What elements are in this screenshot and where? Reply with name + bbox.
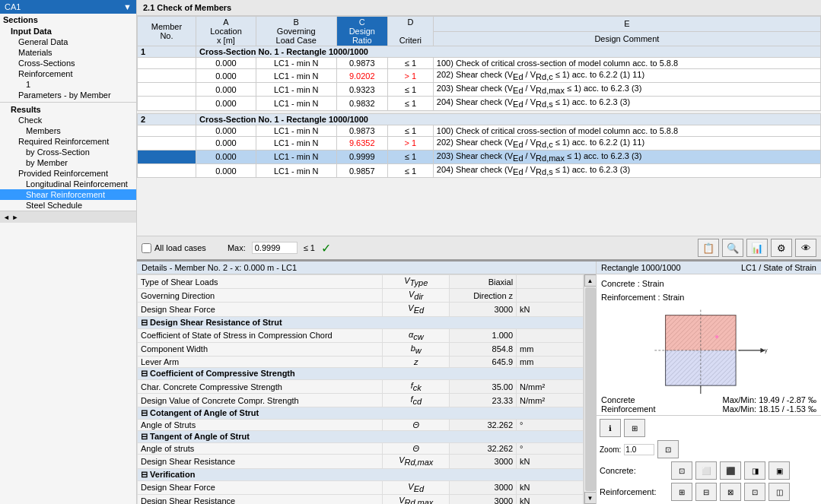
sidebar-item-check[interactable]: Check bbox=[0, 115, 136, 125]
details-row: Design Shear Resistance VRd,max 3000 kN bbox=[138, 494, 584, 504]
concrete-btn-4[interactable]: ◨ bbox=[744, 461, 765, 480]
scroll-down-btn[interactable]: ▼ bbox=[584, 492, 597, 504]
details-row: Design Shear Force VEd 3000 kN bbox=[138, 303, 584, 316]
table-row[interactable]: 0.000 LC1 - min N 0.9857 ≤ 1 204) Shear … bbox=[138, 163, 821, 177]
sidebar-item-results[interactable]: Results bbox=[0, 104, 136, 115]
content-area: 2.1 Check of Members MemberNo. ALocation… bbox=[137, 0, 821, 504]
concrete-label-2: Concrete bbox=[601, 395, 635, 404]
reinforcement-label-btn: Reinforcement: bbox=[600, 487, 668, 496]
toolbar-btn-5[interactable]: 👁 bbox=[795, 239, 816, 257]
table-row[interactable]: 0.000 LC1 - min N 0.9873 ≤ 1 100) Check … bbox=[138, 58, 821, 69]
max-value-input[interactable] bbox=[252, 242, 298, 254]
sidebar-scroll[interactable]: ◄ ► bbox=[0, 211, 136, 223]
zoom-label: Zoom: bbox=[600, 445, 621, 454]
details-scrollbar[interactable]: ▲ ▼ bbox=[584, 274, 596, 504]
scroll-up-btn[interactable]: ▲ bbox=[584, 274, 597, 287]
concrete-btn-3[interactable]: ⬛ bbox=[720, 461, 741, 480]
viz-bottom: ℹ ⊞ Zoom: ⊡ Concrete: ⊡ ⬜ ⬛ bbox=[597, 415, 821, 504]
scroll-thumb[interactable] bbox=[585, 287, 596, 491]
reinf-btn-2[interactable]: ⊟ bbox=[695, 483, 717, 501]
sidebar-item-reinf-1[interactable]: 1 bbox=[0, 79, 136, 90]
member-1-no: 1 bbox=[138, 46, 196, 58]
details-row: Component Width bw 854.8 mm bbox=[138, 342, 584, 356]
concrete-label: Concrete : Strain bbox=[601, 277, 816, 291]
sidebar-item-longitudinal[interactable]: Longitudinal Reinforcement bbox=[0, 179, 136, 189]
toolbar-btn-3[interactable]: 📊 bbox=[746, 239, 768, 257]
concrete-max-min: Concrete Max/Min: 19.49 / -2.87 ‰ bbox=[601, 395, 816, 404]
instance-label: CA1 bbox=[5, 2, 21, 11]
info-btn[interactable]: ℹ bbox=[600, 419, 621, 437]
toolbar-btn-4[interactable]: ⚙ bbox=[771, 239, 792, 257]
member-1-cs: Cross-Section No. 1 - Rectangle 1000/100… bbox=[196, 46, 820, 58]
green-check-icon: ✓ bbox=[321, 241, 331, 255]
max-label: Max: bbox=[228, 243, 246, 252]
zoom-input[interactable] bbox=[624, 444, 654, 455]
table-row[interactable]: 0.000 LC1 - min N 0.9832 ≤ 1 204) Shear … bbox=[138, 97, 821, 110]
col-b-header: BGoverningLoad Case bbox=[256, 17, 336, 46]
toolbar-btn-2[interactable]: 🔍 bbox=[722, 239, 743, 257]
sidebar-item-reinforcement[interactable]: Reinforcement bbox=[0, 68, 136, 79]
details-table-wrapper[interactable]: Type of Shear Loads VType Biaxial Govern… bbox=[137, 274, 584, 504]
member-2-header: 2 Cross-Section No. 1 - Rectangle 1000/1… bbox=[138, 113, 821, 125]
table-bottom-toolbar: All load cases Max: ≤ 1 ✓ 📋 🔍 📊 ⚙ 👁 bbox=[137, 236, 821, 259]
reinf-btn-1[interactable]: ⊞ bbox=[671, 483, 692, 501]
sidebar-item-by-cross-section[interactable]: by Cross-Section bbox=[0, 147, 136, 157]
col-comment-header: Design Comment bbox=[433, 31, 820, 46]
toolbar-btn-1[interactable]: 📋 bbox=[698, 239, 719, 257]
reinforcement-max-min: Reinforcement Max/Min: 18.15 / -1.53 ‰ bbox=[601, 404, 816, 414]
check-title: 2.1 Check of Members bbox=[137, 0, 821, 16]
sidebar-item-members[interactable]: Members bbox=[0, 125, 136, 136]
viz-max-min: Concrete Max/Min: 19.49 / -2.87 ‰ Reinfo… bbox=[597, 394, 821, 415]
details-row: Angle of Struts Θ 32.262 ° bbox=[138, 420, 584, 431]
sections-label: Sections bbox=[0, 14, 136, 26]
sidebar-item-by-member[interactable]: by Member bbox=[0, 157, 136, 168]
viz-panel: Rectangle 1000/1000 LC1 / State of Strai… bbox=[597, 262, 821, 504]
sidebar-item-general-data[interactable]: General Data bbox=[0, 36, 136, 47]
details-row: Design Shear Force VEd 3000 kN bbox=[138, 480, 584, 494]
col-member-no: MemberNo. bbox=[138, 17, 196, 46]
table-row[interactable]: 0.000 LC1 - min N 0.9873 ≤ 1 100) Check … bbox=[138, 125, 821, 136]
divider-1 bbox=[0, 102, 136, 103]
zoom-fit-btn[interactable]: ⊡ bbox=[657, 440, 679, 458]
main-layout: CA1 ▼ Sections Input Data General Data M… bbox=[0, 0, 821, 504]
table-row[interactable]: 0.000 LC1 - min N 9.6352 > 1 202) Shear … bbox=[138, 136, 821, 150]
table-row[interactable]: 0.000 LC1 - min N 9.0202 > 1 202) Shear … bbox=[138, 69, 821, 83]
svg-text:y: y bbox=[765, 347, 768, 353]
sidebar-item-steel-schedule[interactable]: Steel Schedule bbox=[0, 200, 136, 211]
check-area: MemberNo. ALocationx [m] BGoverningLoad … bbox=[137, 16, 821, 261]
reinf-btn-4[interactable]: ⊡ bbox=[744, 483, 765, 501]
all-load-cases-checkbox[interactable] bbox=[142, 243, 151, 253]
sidebar-item-shear[interactable]: Shear Reinforcement bbox=[0, 189, 136, 200]
reinf-btn-5[interactable]: ◫ bbox=[768, 483, 790, 501]
details-section-row: ⊟ Cotangent of Angle of Strut bbox=[138, 407, 584, 420]
reinforcement-label-2: Reinforcement bbox=[601, 404, 656, 414]
app-container: CA1 ▼ Sections Input Data General Data M… bbox=[0, 0, 821, 504]
concrete-btn-2[interactable]: ⬜ bbox=[695, 461, 717, 480]
details-section-row: ⊟ Coefficient of Compressive Strength bbox=[138, 367, 584, 379]
check-table: MemberNo. ALocationx [m] BGoverningLoad … bbox=[137, 16, 821, 178]
col-e-header: E bbox=[433, 17, 820, 32]
reinf-btn-3[interactable]: ⊠ bbox=[720, 483, 741, 501]
bottom-area: Details - Member No. 2 - x: 0.000 m - LC… bbox=[137, 261, 821, 504]
sidebar-item-required-reinforcement[interactable]: Required Reinforcement bbox=[0, 136, 136, 147]
col-d-header: DCriteri bbox=[388, 17, 434, 46]
sidebar-item-cross-sections[interactable]: Cross-Sections bbox=[0, 58, 136, 68]
dropdown-arrow[interactable]: ▼ bbox=[123, 2, 132, 11]
sidebar-item-materials[interactable]: Materials bbox=[0, 47, 136, 58]
details-section-row: ⊟ Verification bbox=[138, 468, 584, 480]
concrete-btn-1[interactable]: ⊡ bbox=[671, 461, 692, 480]
all-load-cases-checkbox-label[interactable]: All load cases bbox=[142, 243, 206, 253]
table-btn[interactable]: ⊞ bbox=[624, 419, 645, 437]
table-row-highlighted[interactable]: 0.000 LC1 - min N 0.9999 ≤ 1 203) Shear … bbox=[138, 150, 821, 163]
svg-point-10 bbox=[715, 335, 718, 338]
viz-title-right: LC1 / State of Strain bbox=[741, 263, 816, 272]
concrete-btn-5[interactable]: ▣ bbox=[768, 461, 790, 480]
concrete-label-btn: Concrete: bbox=[600, 466, 668, 475]
sidebar-item-provided-reinforcement[interactable]: Provided Reinforcement bbox=[0, 168, 136, 179]
sidebar-item-params[interactable]: Parameters - by Member bbox=[0, 90, 136, 100]
table-row[interactable]: 0.000 LC1 - min N 0.9323 ≤ 1 203) Shear … bbox=[138, 83, 821, 97]
toolbar-right: 📋 🔍 📊 ⚙ 👁 bbox=[698, 239, 816, 257]
table-wrapper[interactable]: MemberNo. ALocationx [m] BGoverningLoad … bbox=[137, 16, 821, 236]
sidebar-item-input-data[interactable]: Input Data bbox=[0, 26, 136, 36]
concrete-max-value: Max/Min: 19.49 / -2.87 ‰ bbox=[723, 395, 817, 404]
